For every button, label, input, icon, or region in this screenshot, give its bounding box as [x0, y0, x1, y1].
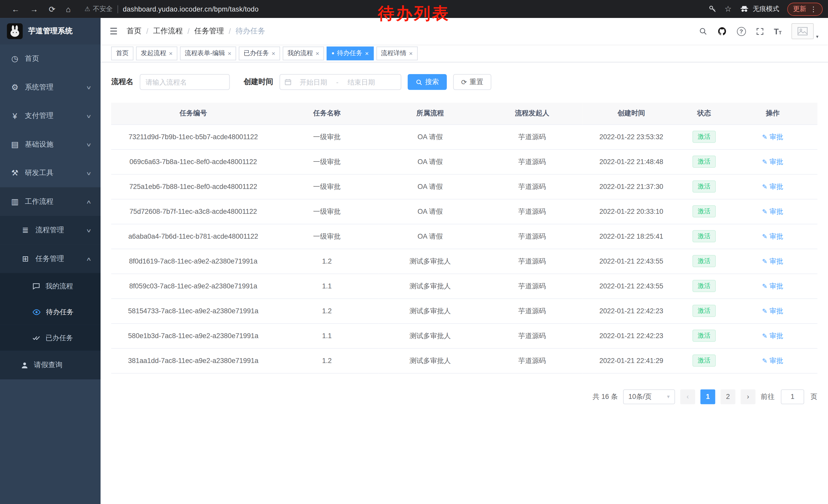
browser-reload-button[interactable]: ⟳ [49, 5, 55, 13]
cell-created: 2022-01-22 23:53:32 [582, 124, 680, 149]
logo-avatar [7, 23, 23, 39]
reset-button[interactable]: ⟳ 重置 [453, 74, 491, 90]
approve-link[interactable]: ✎ 审批 [762, 256, 783, 266]
breadcrumb-home[interactable]: 首页 [127, 27, 141, 36]
tab-home[interactable]: 首页 [111, 46, 133, 60]
sidebar-item-workflow[interactable]: ▥ 工作流程 ∧ [0, 187, 100, 216]
app-title: 芋道管理系统 [28, 27, 72, 36]
cell-action: ✎ 审批 [728, 199, 818, 224]
font-size-icon[interactable]: TT [774, 27, 782, 36]
edit-icon: ✎ [762, 232, 768, 240]
app-logo[interactable]: 芋道管理系统 [0, 18, 100, 44]
page-button-2[interactable]: 2 [720, 389, 735, 404]
page-button-1[interactable]: 1 [701, 389, 715, 404]
browser-home-button[interactable]: ⌂ [66, 5, 71, 13]
prev-page-button[interactable]: ‹ [680, 389, 695, 404]
user-avatar[interactable]: ▾ [792, 23, 818, 39]
help-icon[interactable]: ? [737, 27, 746, 36]
github-icon[interactable] [717, 27, 727, 36]
close-icon[interactable]: × [316, 50, 319, 56]
browser-menu-icon[interactable]: ⋮ [810, 5, 817, 13]
cell-status: 激活 [680, 174, 728, 199]
sidebar-item-home[interactable]: ◷ 首页 [0, 44, 100, 73]
fullscreen-icon[interactable] [756, 27, 764, 35]
goto-page-input[interactable] [781, 389, 804, 404]
tab-process-detail[interactable]: 流程详情 × [376, 46, 417, 60]
edit-icon: ✎ [762, 307, 768, 315]
tab-my-process[interactable]: 我的流程 × [283, 46, 324, 60]
gear-icon: ⚙ [10, 83, 19, 92]
update-button[interactable]: 更新 ⋮ [787, 2, 823, 16]
approve-link[interactable]: ✎ 审批 [762, 207, 783, 216]
sidebar-item-payment[interactable]: ¥ 支付管理 ∨ [0, 101, 100, 130]
address-bar[interactable]: ⚠ 不安全 dashboard.yudao.iocoder.cn/bpm/tas… [84, 5, 258, 13]
search-icon[interactable] [699, 27, 707, 35]
sidebar-item-system[interactable]: ⚙ 系统管理 ∨ [0, 73, 100, 101]
create-time-label: 创建时间 [243, 77, 273, 87]
search-button[interactable]: 搜索 [408, 74, 447, 90]
sidebar-item-leave-query[interactable]: 请假查询 [0, 351, 100, 379]
breadcrumb-workflow[interactable]: 工作流程 [153, 27, 183, 36]
cell-task-id: 580e1b3d-7ac8-11ec-a9e2-a2380e71991a [111, 323, 275, 348]
tab-start-process[interactable]: 发起流程 × [136, 46, 177, 60]
cell-starter: 芋道源码 [482, 124, 582, 149]
close-icon[interactable]: × [365, 50, 369, 56]
sidebar-collapse-icon[interactable]: ☰ [100, 26, 127, 37]
approve-link[interactable]: ✎ 审批 [762, 132, 783, 141]
date-range-separator: - [335, 78, 339, 86]
browser-back-button[interactable]: ← [11, 5, 19, 13]
cell-starter: 芋道源码 [482, 224, 582, 249]
user-icon [20, 361, 29, 369]
image-placeholder-icon [797, 27, 808, 35]
breadcrumb-task-management[interactable]: 任务管理 [195, 27, 224, 36]
approve-link[interactable]: ✎ 审批 [762, 281, 783, 291]
sidebar-item-done-tasks[interactable]: 已办任务 [0, 325, 100, 351]
cell-action: ✎ 审批 [728, 348, 818, 373]
top-navbar: ☰ 首页 / 工作流程 / 任务管理 / 待办任务 ? TT [100, 18, 828, 44]
cell-process: OA 请假 [379, 124, 482, 149]
tab-process-form-edit[interactable]: 流程表单-编辑 × [180, 46, 236, 60]
approve-link[interactable]: ✎ 审批 [762, 306, 783, 316]
edit-icon: ✎ [762, 357, 768, 364]
address-separator [118, 5, 118, 13]
sidebar-item-my-process[interactable]: 我的流程 [0, 273, 100, 299]
close-icon[interactable]: × [169, 50, 172, 56]
sidebar-item-process-management[interactable]: ≣ 流程管理 ∨ [0, 216, 100, 244]
cell-task-name: 1.2 [275, 249, 378, 274]
security-label: 不安全 [93, 5, 113, 13]
approve-link[interactable]: ✎ 审批 [762, 356, 783, 365]
security-warning-icon[interactable]: ⚠ [84, 5, 90, 13]
close-icon[interactable]: × [409, 50, 412, 56]
sidebar-item-devtools[interactable]: ⚒ 研发工具 ∨ [0, 159, 100, 187]
sidebar-item-infrastructure[interactable]: ▤ 基础设施 ∨ [0, 130, 100, 159]
sidebar-item-task-management[interactable]: ⊞ 任务管理 ∧ [0, 244, 100, 273]
date-range-picker[interactable]: - [280, 74, 402, 90]
avatar-caret-icon: ▾ [816, 34, 818, 39]
approve-link[interactable]: ✎ 审批 [762, 331, 783, 340]
chevron-up-icon: ∧ [86, 256, 92, 262]
approve-link[interactable]: ✎ 审批 [762, 231, 783, 241]
tab-done-tasks[interactable]: 已办任务 × [239, 46, 280, 60]
close-icon[interactable]: × [228, 50, 232, 56]
chevron-down-icon: ∨ [86, 113, 92, 119]
close-icon[interactable]: × [272, 50, 275, 56]
browser-forward-button[interactable]: → [30, 5, 38, 13]
col-action: 操作 [728, 102, 818, 124]
bookmark-star-icon[interactable]: ☆ [724, 4, 732, 14]
end-date-input[interactable] [341, 78, 382, 86]
cell-process: 测试多审批人 [379, 274, 482, 299]
password-key-icon[interactable] [708, 5, 717, 13]
tab-todo-tasks[interactable]: ● 待办任务 × [327, 46, 374, 60]
next-page-button[interactable]: › [741, 389, 755, 404]
process-name-input[interactable] [140, 74, 230, 90]
cell-status: 激活 [680, 299, 728, 323]
address-url[interactable]: dashboard.yudao.iocoder.cn/bpm/task/todo [123, 5, 259, 13]
approve-link[interactable]: ✎ 审批 [762, 182, 783, 191]
start-date-input[interactable] [293, 78, 334, 86]
table-row: a6aba0a4-7b6d-11ec-b781-acde48001122 一级审… [111, 224, 817, 249]
cell-action: ✎ 审批 [728, 299, 818, 323]
approve-link[interactable]: ✎ 审批 [762, 157, 783, 166]
page-size-select[interactable]: 10条/页 ▾ [623, 389, 675, 404]
sidebar-item-todo-tasks[interactable]: 待办任务 [0, 299, 100, 325]
status-badge: 激活 [693, 205, 716, 217]
